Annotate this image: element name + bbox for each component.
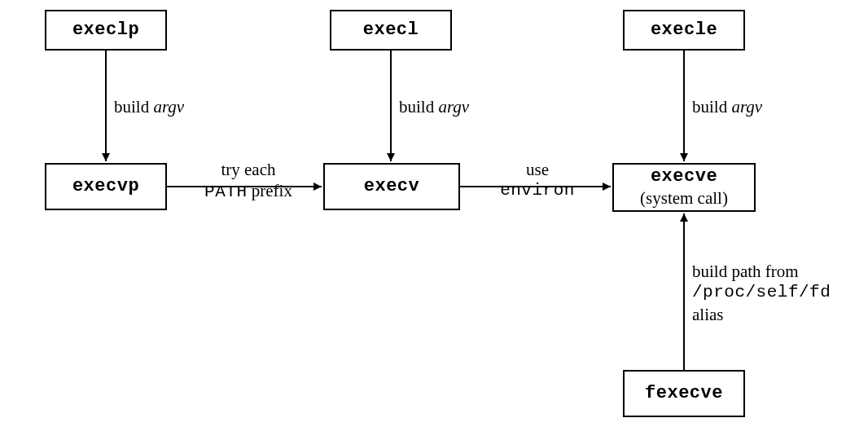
node-execve: execve (system call)	[612, 163, 756, 212]
node-execve-label: execve	[651, 166, 717, 187]
node-execve-sublabel: (system call)	[640, 188, 728, 209]
edge-label-build-path: build path from /proc/self/fd alias	[692, 261, 831, 325]
line1: use	[493, 159, 582, 180]
line1: build path from	[692, 261, 831, 282]
node-execlp-label: execlp	[72, 20, 139, 41]
edge-label-build-argv-2: build argv	[399, 96, 469, 117]
edge-label-build-argv-1: build argv	[114, 96, 184, 117]
line3: alias	[692, 304, 831, 325]
edge-label-build-argv-3: build argv	[692, 96, 762, 117]
text-ital: argv	[438, 97, 469, 117]
text: build	[692, 97, 731, 117]
line2: /proc/self/fd	[692, 282, 831, 303]
node-execl-label: execl	[363, 20, 419, 41]
text: build	[399, 97, 438, 117]
line1: try each	[187, 159, 309, 180]
node-execvp: execvp	[45, 163, 167, 210]
suffix: prefix	[248, 181, 292, 200]
node-fexecve-label: fexecve	[645, 383, 723, 404]
node-fexecve: fexecve	[623, 370, 745, 417]
mono: PATH	[204, 183, 247, 201]
edge-label-use-environ: use environ	[493, 159, 582, 202]
node-execl: execl	[330, 10, 452, 51]
node-execv: execv	[323, 163, 460, 210]
edge-label-try-each-path: try each PATH prefix	[187, 159, 309, 204]
diagram-stage: execlp execl execle execvp execv execve …	[0, 0, 868, 440]
node-execle-label: execle	[651, 20, 717, 41]
line2: environ	[493, 180, 582, 201]
text: build	[114, 97, 153, 117]
text-ital: argv	[731, 97, 762, 117]
text-ital: argv	[153, 97, 184, 117]
node-execv-label: execv	[364, 176, 420, 197]
node-execvp-label: execvp	[72, 176, 139, 197]
node-execle: execle	[623, 10, 745, 51]
node-execlp: execlp	[45, 10, 167, 51]
line2: PATH prefix	[187, 180, 309, 203]
